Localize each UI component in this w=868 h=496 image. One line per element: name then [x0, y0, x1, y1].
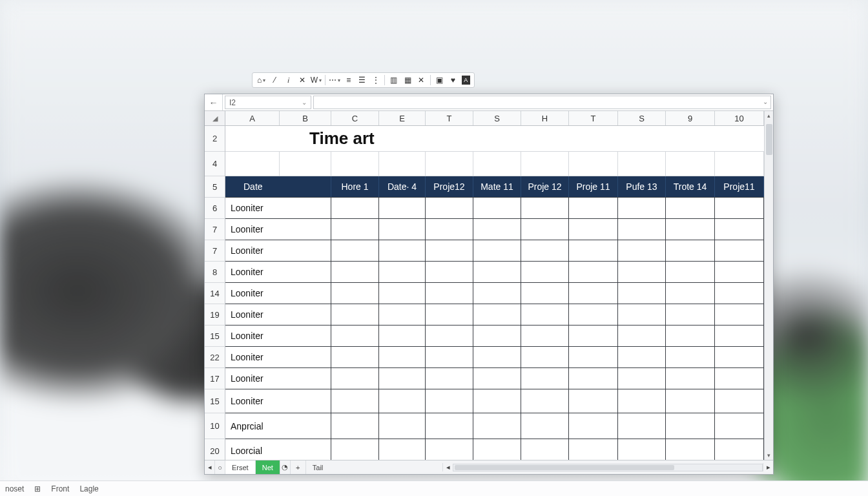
row-header[interactable]: 7	[205, 219, 225, 240]
table-header[interactable]: Proje11	[715, 176, 764, 197]
scroll-thumb[interactable]	[766, 124, 772, 155]
table-header[interactable]: Proje 11	[569, 176, 618, 197]
data-cell[interactable]	[666, 326, 715, 346]
scroll-left-icon[interactable]: ◂	[442, 463, 453, 471]
data-cell[interactable]	[715, 304, 764, 325]
data-cell[interactable]	[473, 283, 521, 304]
scroll-up-icon[interactable]: ▴	[765, 111, 773, 120]
table-header[interactable]: Date· 4	[379, 176, 426, 197]
data-cell[interactable]	[379, 198, 426, 218]
data-cell[interactable]	[473, 240, 521, 261]
data-cell[interactable]	[331, 389, 379, 413]
data-cell[interactable]: Looniter	[225, 368, 331, 389]
grid-icon[interactable]: ⊞	[34, 484, 41, 493]
data-cell[interactable]	[618, 413, 666, 439]
fill-icon[interactable]: A	[462, 76, 470, 85]
data-cell[interactable]	[715, 439, 764, 460]
data-cell[interactable]	[569, 283, 618, 304]
data-cell[interactable]	[666, 219, 715, 240]
data-cell[interactable]: Looniter	[225, 219, 331, 240]
data-cell[interactable]	[521, 326, 569, 346]
data-cell[interactable]	[379, 368, 426, 389]
data-cell[interactable]	[426, 240, 473, 261]
close-icon[interactable]: ✕	[417, 76, 426, 85]
data-cell[interactable]	[715, 347, 764, 367]
cells-area[interactable]: Time artDateHore 1Date· 4Proje12Mate 11P…	[225, 126, 764, 460]
data-cell[interactable]	[331, 198, 379, 218]
data-cell[interactable]	[618, 368, 666, 389]
data-cell[interactable]	[521, 219, 569, 240]
data-cell[interactable]	[379, 326, 426, 346]
data-cell[interactable]	[715, 326, 764, 346]
row-header[interactable]: 20	[205, 439, 225, 460]
cell[interactable]	[331, 152, 379, 176]
data-cell[interactable]: Looniter	[225, 389, 331, 413]
column-header[interactable]: S	[618, 111, 666, 125]
data-cell[interactable]	[379, 219, 426, 240]
data-cell[interactable]	[618, 219, 666, 240]
data-cell[interactable]	[331, 368, 379, 389]
row-header[interactable]: 22	[205, 347, 225, 368]
select-all-corner[interactable]: ◢	[205, 111, 225, 126]
data-cell[interactable]	[569, 326, 618, 346]
data-cell[interactable]	[379, 240, 426, 261]
data-cell[interactable]	[715, 240, 764, 261]
data-cell[interactable]	[618, 347, 666, 367]
data-cell[interactable]	[379, 413, 426, 439]
row-header[interactable]: 14	[205, 283, 225, 304]
data-cell[interactable]	[473, 368, 521, 389]
data-cell[interactable]	[666, 389, 715, 413]
cell[interactable]	[569, 152, 618, 176]
row-header[interactable]: 7	[205, 240, 225, 262]
cell[interactable]	[473, 152, 521, 176]
data-cell[interactable]	[473, 347, 521, 367]
horizontal-scrollbar[interactable]: ◂ ▸	[442, 460, 773, 474]
data-cell[interactable]: Anprcial	[225, 413, 331, 439]
data-cell[interactable]	[569, 389, 618, 413]
data-cell[interactable]	[379, 304, 426, 325]
heart-icon[interactable]: ♥	[448, 76, 458, 85]
data-cell[interactable]	[426, 439, 473, 460]
data-cell[interactable]	[426, 219, 473, 240]
vertical-scrollbar[interactable]: ▴ ▾	[764, 111, 773, 460]
cell[interactable]	[666, 152, 715, 176]
cell[interactable]	[426, 152, 473, 176]
data-cell[interactable]	[426, 389, 473, 413]
row-header[interactable]: 4	[205, 152, 225, 176]
list-icon[interactable]: ⋮	[371, 76, 380, 85]
cell[interactable]	[280, 152, 331, 176]
data-cell[interactable]	[666, 262, 715, 282]
data-cell[interactable]: Looniter	[225, 283, 331, 304]
data-cell[interactable]: Looniter	[225, 262, 331, 282]
row-header[interactable]: 2	[205, 126, 225, 152]
data-cell[interactable]	[715, 219, 764, 240]
column-header[interactable]: 9	[666, 111, 715, 125]
data-cell[interactable]	[379, 347, 426, 367]
data-cell[interactable]	[473, 413, 521, 439]
data-cell[interactable]	[569, 439, 618, 460]
table-header[interactable]: Pufe 13	[618, 176, 666, 197]
status-item-3[interactable]: Lagle	[79, 484, 98, 493]
data-cell[interactable]	[618, 326, 666, 346]
data-cell[interactable]	[331, 413, 379, 439]
data-cell[interactable]	[715, 413, 764, 439]
table-header[interactable]: Proje12	[426, 176, 473, 197]
tab-erset[interactable]: Erset	[225, 460, 256, 474]
data-cell[interactable]	[426, 368, 473, 389]
data-cell[interactable]	[473, 262, 521, 282]
row-header[interactable]: 6	[205, 198, 225, 219]
data-cell[interactable]	[521, 283, 569, 304]
data-cell[interactable]	[715, 368, 764, 389]
row-header[interactable]: 5	[205, 176, 225, 198]
data-cell[interactable]	[569, 413, 618, 439]
table-header[interactable]: Mate 11	[473, 176, 521, 197]
cell[interactable]	[521, 152, 569, 176]
hscroll-track[interactable]	[453, 464, 763, 471]
data-cell[interactable]	[521, 389, 569, 413]
data-cell[interactable]	[618, 304, 666, 325]
cell[interactable]	[225, 152, 280, 176]
data-cell[interactable]	[666, 240, 715, 261]
data-cell[interactable]	[331, 283, 379, 304]
data-cell[interactable]	[715, 283, 764, 304]
data-cell[interactable]	[473, 198, 521, 218]
